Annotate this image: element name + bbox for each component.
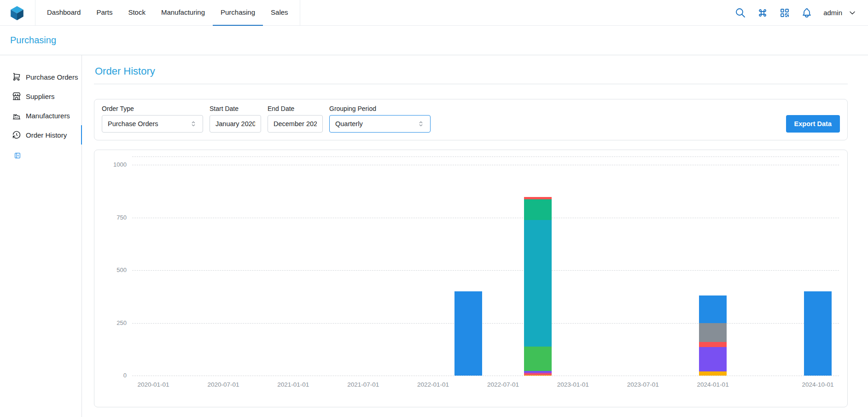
user-menu[interactable]: admin bbox=[823, 8, 857, 17]
tab-parts[interactable]: Parts bbox=[88, 0, 120, 26]
chart-bar-2022-10-01[interactable] bbox=[524, 197, 552, 376]
y-tick-label: 1000 bbox=[103, 161, 127, 168]
y-tick-label: 250 bbox=[103, 319, 127, 326]
selector-chevrons-icon bbox=[190, 120, 197, 127]
tab-purchasing[interactable]: Purchasing bbox=[213, 0, 263, 26]
grouping-period-field: Grouping Period Quarterly bbox=[329, 105, 431, 133]
app-root: Dashboard Parts Stock Manufacturing Purc… bbox=[0, 0, 868, 417]
grouping-period-select[interactable]: Quarterly bbox=[329, 115, 431, 133]
chart-inner: 02505007501000 2020-01-012020-07-012021-… bbox=[103, 156, 839, 376]
x-tick-label: 2022-07-01 bbox=[475, 381, 530, 388]
sidebar-item-label: Suppliers bbox=[26, 93, 55, 100]
end-date-field: End Date bbox=[268, 105, 323, 133]
username: admin bbox=[823, 9, 842, 17]
export-wrap: Export Data bbox=[786, 105, 840, 133]
sidebar-item-label: Order History bbox=[26, 131, 67, 139]
chart-panel: 02505007501000 2020-01-012020-07-012021-… bbox=[94, 150, 848, 407]
bar-segment bbox=[524, 220, 552, 347]
tab-manufacturing[interactable]: Manufacturing bbox=[153, 0, 213, 26]
breadcrumb-purchasing-link[interactable]: Purchasing bbox=[10, 35, 56, 46]
x-tick-label: 2022-01-01 bbox=[406, 381, 461, 388]
page-title: Order History bbox=[95, 65, 848, 77]
factory-icon bbox=[12, 111, 21, 120]
y-tick-label: 0 bbox=[103, 372, 127, 379]
collapse-sidebar-icon[interactable] bbox=[14, 152, 21, 159]
x-tick-label: 2023-07-01 bbox=[615, 381, 670, 388]
sidebar-item-label: Manufacturers bbox=[26, 112, 70, 120]
bar-segment bbox=[699, 323, 727, 342]
x-tick-label: 2024-01-01 bbox=[685, 381, 740, 388]
order-type-label: Order Type bbox=[102, 105, 203, 112]
start-date-label: Start Date bbox=[210, 105, 261, 112]
top-navbar: Dashboard Parts Stock Manufacturing Purc… bbox=[0, 0, 868, 26]
history-icon bbox=[12, 130, 21, 139]
end-date-label: End Date bbox=[268, 105, 323, 112]
shopping-cart-icon bbox=[12, 72, 21, 81]
sidebar: Purchase Orders Suppliers Manufa bbox=[0, 55, 82, 417]
bar-segment bbox=[524, 199, 552, 220]
tab-stock[interactable]: Stock bbox=[120, 0, 153, 26]
qrcode-scan-icon[interactable] bbox=[779, 7, 790, 18]
command-icon[interactable] bbox=[757, 7, 768, 18]
bar-segment bbox=[699, 295, 727, 323]
bar-segment bbox=[524, 347, 552, 371]
app-logo[interactable] bbox=[9, 5, 25, 21]
logo-cube-icon bbox=[9, 5, 25, 21]
gridline bbox=[132, 270, 839, 271]
y-axis: 02505007501000 bbox=[103, 156, 132, 376]
y-tick-label: 750 bbox=[103, 214, 127, 221]
y-tick-label: 500 bbox=[103, 266, 127, 273]
sidebar-item-manufacturers[interactable]: Manufacturers bbox=[0, 106, 82, 125]
breadcrumb: Purchasing bbox=[0, 26, 868, 55]
sidebar-item-suppliers[interactable]: Suppliers bbox=[0, 87, 82, 106]
bar-segment bbox=[699, 371, 727, 376]
tab-dashboard[interactable]: Dashboard bbox=[39, 0, 88, 26]
sidebar-item-order-history[interactable]: Order History bbox=[0, 125, 82, 145]
x-tick-label: 2020-07-01 bbox=[196, 381, 251, 388]
bar-segment bbox=[524, 375, 552, 376]
export-data-button[interactable]: Export Data bbox=[786, 115, 840, 133]
gridline bbox=[132, 218, 839, 218]
building-store-icon bbox=[12, 92, 21, 101]
bar-segment bbox=[699, 347, 727, 371]
gridline bbox=[132, 165, 839, 165]
bar-segment bbox=[454, 291, 482, 376]
end-date-input[interactable] bbox=[268, 115, 323, 133]
title-divider bbox=[94, 84, 848, 84]
x-tick-label: 2023-01-01 bbox=[545, 381, 600, 388]
main-panel: Order History Order Type Purchase Orders bbox=[82, 55, 868, 417]
order-type-value: Purchase Orders bbox=[108, 120, 158, 127]
filter-panel: Order Type Purchase Orders Start Date bbox=[94, 99, 848, 140]
grouping-period-value: Quarterly bbox=[335, 120, 363, 127]
grouping-period-label: Grouping Period bbox=[329, 105, 431, 112]
x-tick-label: 2021-07-01 bbox=[336, 381, 391, 388]
sidebar-item-label: Purchase Orders bbox=[26, 73, 78, 81]
chart-bar-2024-10-01[interactable] bbox=[804, 291, 832, 376]
chart-bar-2024-01-01[interactable] bbox=[699, 295, 727, 376]
x-tick-label: 2024-10-01 bbox=[790, 381, 845, 388]
bar-segment bbox=[699, 342, 727, 347]
tab-sales[interactable]: Sales bbox=[263, 0, 296, 26]
bell-icon[interactable] bbox=[801, 7, 812, 18]
gridline bbox=[132, 376, 839, 376]
order-type-select[interactable]: Purchase Orders bbox=[102, 115, 203, 133]
content-area: Purchase Orders Suppliers Manufa bbox=[0, 55, 868, 417]
gridline bbox=[132, 323, 839, 324]
order-type-field: Order Type Purchase Orders bbox=[102, 105, 203, 133]
chart-bar-2022-04-01[interactable] bbox=[454, 291, 482, 376]
start-date-input[interactable] bbox=[210, 115, 261, 133]
x-tick-label: 2020-01-01 bbox=[126, 381, 181, 388]
sidebar-item-purchase-orders[interactable]: Purchase Orders bbox=[0, 67, 82, 87]
selector-chevrons-icon bbox=[417, 120, 425, 127]
x-tick-label: 2021-01-01 bbox=[266, 381, 321, 388]
search-icon[interactable] bbox=[735, 7, 746, 18]
main-nav-tabs: Dashboard Parts Stock Manufacturing Purc… bbox=[35, 0, 300, 26]
navbar-actions: admin bbox=[735, 7, 859, 18]
plot-area: 2020-01-012020-07-012021-01-012021-07-01… bbox=[132, 156, 839, 376]
gridline bbox=[132, 156, 839, 157]
chevron-down-icon bbox=[848, 8, 857, 17]
start-date-field: Start Date bbox=[210, 105, 261, 133]
bar-segment bbox=[804, 291, 832, 376]
